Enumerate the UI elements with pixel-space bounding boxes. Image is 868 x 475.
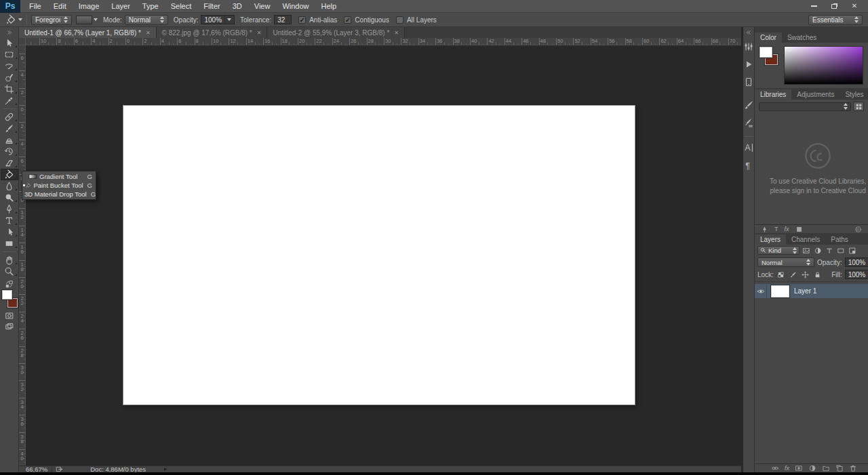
menu-help[interactable]: Help (315, 0, 343, 12)
menu-window[interactable]: Window (276, 0, 315, 12)
layer-visibility-toggle[interactable] (755, 284, 767, 298)
clone-stamp-tool[interactable] (1, 134, 18, 146)
layer-thumbnail[interactable] (771, 285, 789, 297)
blend-mode-select[interactable]: Normal (757, 257, 814, 267)
lock-position-button[interactable] (801, 270, 810, 278)
opacity-caret[interactable] (224, 16, 231, 24)
layers-tab-channels[interactable]: Channels (786, 234, 825, 245)
libraries-tab-adjustments[interactable]: Adjustments (791, 89, 840, 100)
library-select[interactable] (759, 102, 851, 111)
horizontal-type-tool[interactable] (1, 215, 18, 226)
dodge-tool[interactable] (1, 192, 18, 203)
layers-tab-layers[interactable]: Layers (755, 234, 786, 245)
history-brush-tool[interactable] (1, 146, 18, 157)
contiguous-checkbox[interactable]: ✓Contiguous (344, 16, 389, 24)
screen-mode-button[interactable] (1, 321, 18, 332)
foreground-color-swatch[interactable] (760, 47, 772, 58)
add-graphic-icon[interactable] (761, 226, 768, 233)
filter-kind-select[interactable]: Kind (757, 246, 800, 255)
add-layer-style-icon[interactable]: fx (785, 226, 789, 232)
lock-transparency-button[interactable] (776, 270, 786, 278)
add-layer-mask-icon[interactable] (795, 464, 803, 472)
new-layer-icon[interactable] (835, 464, 844, 472)
rectangular-marquee-tool[interactable] (1, 49, 18, 60)
crop-tool[interactable] (1, 83, 18, 95)
eyedropper-tool[interactable] (1, 95, 18, 106)
quick-selection-tool[interactable] (1, 72, 18, 83)
filter-shape-layers-button[interactable] (835, 246, 846, 255)
tab-close-icon[interactable]: ✕ (146, 30, 151, 36)
tab-close-icon[interactable]: ✕ (394, 30, 399, 36)
spot-healing-brush-tool[interactable] (1, 111, 18, 123)
menu-select[interactable]: Select (165, 0, 198, 12)
add-fill-color-icon[interactable] (795, 226, 803, 233)
menu-image[interactable]: Image (73, 0, 106, 12)
tool-preset-picker[interactable] (5, 14, 22, 25)
libraries-tab-styles[interactable]: Styles (840, 89, 868, 100)
menu-type[interactable]: Type (136, 0, 165, 12)
hand-tool[interactable] (1, 254, 18, 266)
collapse-tools-button[interactable] (0, 27, 18, 37)
opacity-field[interactable]: 100% (201, 15, 235, 24)
close-button[interactable]: ✕ (845, 1, 864, 12)
menu-layer[interactable]: Layer (105, 0, 136, 12)
foreground-color-swatch[interactable] (2, 290, 12, 300)
libraries-tab-libraries[interactable]: Libraries (755, 89, 791, 100)
saturation-brightness-field[interactable] (784, 46, 863, 85)
path-selection-tool[interactable] (1, 226, 18, 238)
document-tab-1[interactable]: Untitled-1 @ 66,7% (Layer 1, RGB/8) *✕ (19, 27, 157, 38)
tab-close-icon[interactable]: ✕ (257, 30, 262, 36)
color-tab-swatches[interactable]: Swatches (782, 33, 822, 43)
anti-alias-checkbox[interactable]: ✓Anti-alias (298, 16, 337, 24)
filter-smart-objects-button[interactable] (847, 246, 857, 255)
layer-name[interactable]: Layer 1 (794, 287, 816, 295)
grid-view-button[interactable] (853, 102, 864, 111)
move-tool[interactable] (1, 37, 18, 49)
pattern-swatch[interactable] (76, 16, 92, 24)
vertical-ruler[interactable]: 6420246810121416182022242628303234363840 (19, 45, 26, 466)
all-layers-checkbox[interactable]: All Layers (396, 16, 437, 24)
brush-tool[interactable] (1, 123, 18, 134)
quick-mask-mode-button[interactable] (1, 310, 18, 321)
horizontal-ruler[interactable]: 1086420246810121416182022242628303234363… (26, 38, 741, 45)
menu-view[interactable]: View (248, 0, 277, 12)
delete-layer-icon[interactable] (849, 464, 857, 472)
layers-opacity-field[interactable]: 100% (845, 257, 868, 267)
layers-tab-paths[interactable]: Paths (825, 234, 854, 245)
expand-panels-icon[interactable] (745, 29, 752, 36)
new-adjustment-layer-icon[interactable] (808, 464, 816, 472)
eraser-tool[interactable] (1, 157, 18, 169)
color-tab-color[interactable]: Color (755, 33, 782, 43)
paint-bucket-tool[interactable] (1, 169, 18, 180)
zoom-tool[interactable] (1, 266, 18, 277)
add-character-style-icon[interactable]: T (774, 226, 778, 233)
document-tab-3[interactable]: Untitled-2 @ 55,9% (Layer 3, RGB/8) *✕ (267, 27, 405, 38)
filter-adjustment-layers-button[interactable] (812, 246, 823, 255)
minimize-button[interactable] (804, 1, 823, 12)
document-canvas[interactable] (123, 105, 635, 405)
actions-panel-icon[interactable] (743, 59, 754, 70)
restore-button[interactable] (825, 1, 844, 12)
flyout-item-3d-material-drop-tool[interactable]: 3D Material Drop ToolG (22, 190, 96, 199)
background-color-swatch[interactable] (7, 298, 18, 308)
mode-select[interactable]: Normal (125, 15, 168, 25)
lock-pixels-button[interactable] (789, 270, 798, 278)
ruler-origin-corner[interactable] (19, 38, 26, 45)
pen-tool[interactable] (1, 203, 18, 215)
rectangle-shape-tool[interactable] (1, 238, 18, 249)
layer-style-icon[interactable]: fx (785, 465, 789, 472)
character-panel-icon[interactable]: A (743, 142, 754, 153)
fill-field[interactable]: 100% (845, 270, 868, 279)
paragraph-panel-icon[interactable]: ¶ (743, 160, 754, 171)
flyout-item-paint-bucket-tool[interactable]: Paint Bucket ToolG (22, 181, 96, 190)
filter-pixel-layers-button[interactable] (801, 246, 811, 255)
menu-edit[interactable]: Edit (47, 0, 73, 12)
history-panel-icon[interactable] (743, 41, 754, 52)
smudge-tool[interactable] (1, 180, 18, 192)
menu-3d[interactable]: 3D (226, 0, 248, 12)
brush-settings-panel-icon[interactable] (743, 100, 754, 110)
device-preview-panel-icon[interactable] (743, 77, 754, 87)
cc-sync-icon[interactable]: cc (854, 226, 862, 233)
layer-row[interactable]: Layer 1 (755, 284, 868, 298)
filter-type-layers-button[interactable] (824, 246, 834, 255)
